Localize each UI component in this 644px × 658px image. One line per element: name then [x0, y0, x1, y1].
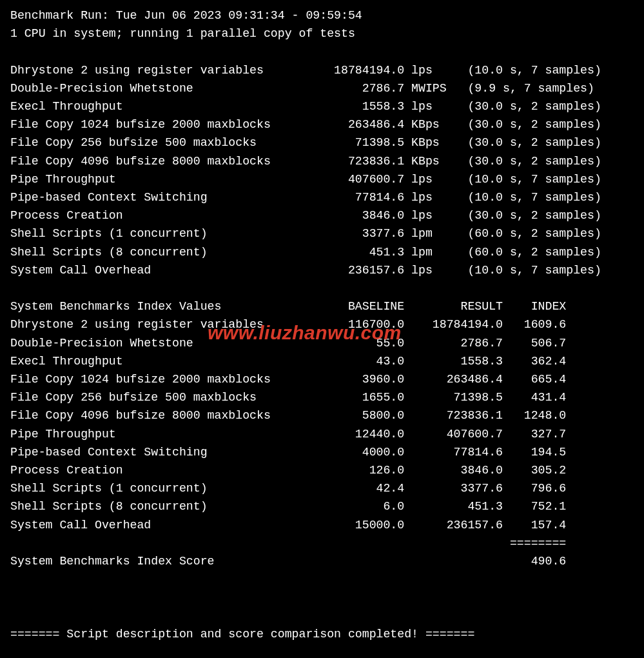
index-separator: ======== [10, 537, 566, 550]
index-block: Dhrystone 2 using register variables 116… [10, 318, 566, 531]
terminal-output: Benchmark Run: Tue Jun 06 2023 09:31:34 … [0, 0, 644, 643]
index-score-line: System Benchmarks Index Score 490.6 [10, 555, 566, 568]
cpu-line: 1 CPU in system; running 1 parallel copy… [10, 27, 355, 40]
benchmark-run-line: Benchmark Run: Tue Jun 06 2023 09:31:34 … [10, 9, 362, 22]
index-header-row: System Benchmarks Index Values BASELINE … [10, 300, 566, 313]
footer-line: ======= Script description and score com… [10, 628, 474, 641]
results-block: Dhrystone 2 using register variables 187… [10, 64, 601, 277]
